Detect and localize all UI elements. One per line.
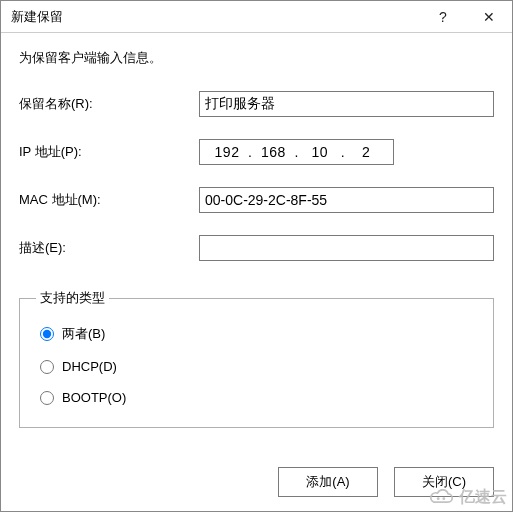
radio-both-label: 两者(B)	[62, 325, 105, 343]
help-button[interactable]: ?	[420, 1, 466, 33]
description-label: 描述(E):	[19, 239, 199, 257]
reservation-name-label: 保留名称(R):	[19, 95, 199, 113]
row-reservation-name: 保留名称(R):	[19, 91, 494, 117]
mac-address-input[interactable]	[199, 187, 494, 213]
supported-types-group: 支持的类型 两者(B) DHCP(D) BOOTP(O)	[19, 289, 494, 428]
window-title: 新建保留	[1, 8, 420, 26]
radio-both[interactable]	[40, 327, 54, 341]
radio-dhcp-label: DHCP(D)	[62, 359, 117, 374]
ip-address-label: IP 地址(P):	[19, 143, 199, 161]
radio-bootp-row[interactable]: BOOTP(O)	[36, 382, 477, 413]
dialog-content: 为保留客户端输入信息。 保留名称(R): IP 地址(P): 192 . 168…	[1, 33, 512, 453]
help-icon: ?	[439, 9, 447, 25]
radio-both-row[interactable]: 两者(B)	[36, 317, 477, 351]
supported-types-legend: 支持的类型	[36, 289, 109, 307]
row-ip-address: IP 地址(P): 192 . 168 . 10 . 2	[19, 139, 494, 165]
radio-dhcp[interactable]	[40, 360, 54, 374]
close-icon: ✕	[483, 9, 495, 25]
add-button[interactable]: 添加(A)	[278, 467, 378, 497]
ip-octet-1[interactable]: 192	[210, 144, 244, 160]
radio-bootp[interactable]	[40, 391, 54, 405]
ip-octet-3[interactable]: 10	[303, 144, 337, 160]
description-input[interactable]	[199, 235, 494, 261]
button-bar: 添加(A) 关闭(C)	[1, 453, 512, 511]
radio-dhcp-row[interactable]: DHCP(D)	[36, 351, 477, 382]
close-button[interactable]: 关闭(C)	[394, 467, 494, 497]
dialog-description: 为保留客户端输入信息。	[19, 49, 494, 67]
row-description: 描述(E):	[19, 235, 494, 261]
ip-octet-4[interactable]: 2	[349, 144, 383, 160]
ip-octet-2[interactable]: 168	[256, 144, 290, 160]
reservation-name-input[interactable]	[199, 91, 494, 117]
mac-address-label: MAC 地址(M):	[19, 191, 199, 209]
ip-address-input[interactable]: 192 . 168 . 10 . 2	[199, 139, 394, 165]
close-window-button[interactable]: ✕	[466, 1, 512, 33]
row-mac-address: MAC 地址(M):	[19, 187, 494, 213]
radio-bootp-label: BOOTP(O)	[62, 390, 126, 405]
dialog-window: 新建保留 ? ✕ 为保留客户端输入信息。 保留名称(R): IP 地址(P): …	[0, 0, 513, 512]
titlebar: 新建保留 ? ✕	[1, 1, 512, 33]
